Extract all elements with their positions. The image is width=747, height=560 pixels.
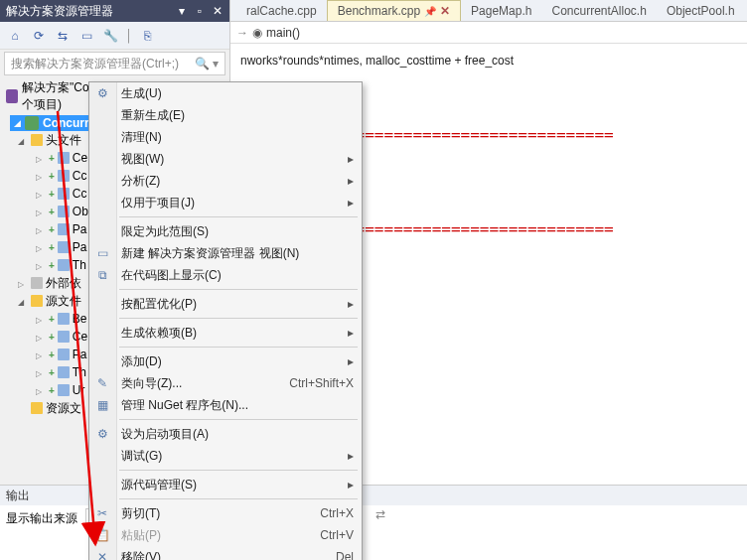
menu-item-label: 分析(Z) — [121, 173, 160, 190]
menu-item[interactable]: ⧉在代码图上显示(C) — [89, 264, 362, 286]
solution-explorer-titlebar: 解决方案资源管理器 ▾ ▫ ✕ — [0, 0, 229, 22]
properties-icon[interactable]: 🔧 — [101, 27, 119, 45]
expand-icon[interactable] — [18, 133, 28, 147]
menu-item-label: 设为启动项目(A) — [121, 426, 209, 443]
folder-icon — [31, 134, 43, 146]
project-icon — [25, 116, 39, 130]
scope-icon: ◉ — [252, 26, 262, 40]
menu-item[interactable]: 按配置优化(P)▸ — [89, 293, 362, 315]
folder-icon — [31, 295, 43, 307]
refresh-icon[interactable]: ⟳ — [30, 27, 48, 45]
editor-tab[interactable]: ObjectPool.h — [657, 1, 745, 21]
menu-item[interactable]: 生成依赖项(B)▸ — [89, 322, 362, 344]
menu-item[interactable]: 调试(G)▸ — [89, 445, 362, 467]
menu-item-label: 类向导(Z)... — [121, 375, 182, 392]
menu-item: 📋粘贴(P)Ctrl+V — [89, 524, 362, 546]
menu-item[interactable]: ✕移除(V)Del — [89, 546, 362, 560]
menu-item-label: 限定为此范围(S) — [121, 223, 209, 240]
menu-separator — [119, 419, 358, 420]
submenu-arrow-icon: ▸ — [348, 354, 354, 368]
menu-separator — [119, 216, 358, 217]
expand-arrow[interactable]: ◢ — [14, 118, 21, 128]
menu-item[interactable]: ▦管理 NuGet 程序包(N)... — [89, 394, 362, 416]
menu-item-label: 按配置优化(P) — [121, 296, 197, 313]
menu-item[interactable]: ⚙设为启动项目(A) — [89, 423, 362, 445]
close-icon[interactable]: ✕ — [440, 4, 450, 18]
build-icon: ⚙ — [94, 85, 110, 101]
menu-item[interactable]: 仅用于项目(J)▸ — [89, 192, 362, 213]
menu-item[interactable]: 分析(Z)▸ — [89, 170, 362, 192]
preview-icon[interactable]: ⎘ — [139, 27, 157, 45]
home-icon[interactable]: ⌂ — [6, 27, 24, 45]
editor-tab[interactable]: PageMap.h — [461, 1, 541, 21]
remove-icon: ✕ — [94, 549, 110, 560]
submenu-arrow-icon: ▸ — [348, 196, 354, 210]
submenu-arrow-icon: ▸ — [348, 297, 354, 311]
codemap-icon: ⧉ — [94, 267, 110, 283]
newview-icon: ▭ — [94, 245, 110, 261]
menu-item-label: 视图(W) — [121, 151, 164, 168]
scope-label: main() — [266, 26, 300, 40]
menu-item[interactable]: 添加(D)▸ — [89, 350, 362, 372]
editor-tab[interactable]: ralCache.cpp — [236, 1, 327, 21]
panel-dropdown-icon[interactable]: ▾ — [176, 0, 188, 22]
menu-shortcut: Ctrl+Shift+X — [289, 376, 354, 390]
sources-label: 源文件 — [46, 293, 81, 310]
submenu-arrow-icon: ▸ — [348, 449, 354, 463]
expand-icon[interactable] — [18, 294, 28, 308]
collapse-icon[interactable]: ⇆ — [54, 27, 72, 45]
menu-separator — [119, 498, 358, 499]
menu-item[interactable]: ⚙生成(U) — [89, 82, 362, 104]
submenu-arrow-icon: ▸ — [348, 152, 354, 166]
menu-item-label: 重新生成(E) — [121, 107, 185, 124]
solution-explorer-toolbar: ⌂ ⟳ ⇆ ▭ 🔧 │ ⎘ — [0, 22, 229, 50]
startup-icon: ⚙ — [94, 426, 110, 442]
menu-item-label: 剪切(T) — [121, 505, 160, 522]
menu-item[interactable]: 限定为此范围(S) — [89, 220, 362, 242]
menu-shortcut: Ctrl+X — [320, 506, 354, 520]
menu-separator — [119, 289, 358, 290]
menu-item-label: 源代码管理(S) — [121, 477, 197, 493]
navigation-bar[interactable]: → ◉ main() — [230, 22, 747, 44]
nuget-icon: ▦ — [94, 397, 110, 413]
submenu-arrow-icon: ▸ — [348, 478, 354, 491]
extdeps-label: 外部依 — [46, 275, 81, 292]
solution-search[interactable]: 搜索解决方案资源管理器(Ctrl+;) 🔍 ▾ — [4, 52, 225, 75]
resources-label: 资源文 — [46, 400, 81, 417]
panel-close-icon[interactable]: ✕ — [212, 0, 224, 22]
menu-item-label: 调试(G) — [121, 448, 162, 465]
menu-item-label: 粘贴(P) — [121, 527, 161, 544]
menu-item[interactable]: 清理(N) — [89, 126, 362, 148]
menu-item-label: 移除(V) — [121, 549, 161, 561]
expand-icon[interactable] — [18, 276, 28, 290]
solution-search-placeholder: 搜索解决方案资源管理器(Ctrl+;) — [11, 56, 179, 72]
panel-pin-icon[interactable]: ▫ — [194, 0, 206, 22]
pin-icon[interactable]: 📌 — [424, 6, 436, 17]
editor-tab[interactable]: ConcurrentAlloc.h — [541, 1, 656, 21]
menu-item-label: 管理 NuGet 程序包(N)... — [121, 397, 248, 414]
output-source-label: 显示输出来源 — [6, 510, 77, 527]
menu-item-label: 添加(D) — [121, 353, 162, 370]
headers-label: 头文件 — [46, 132, 81, 149]
showall-icon[interactable]: ▭ — [77, 27, 95, 45]
menu-item[interactable]: 源代码管理(S)▸ — [89, 474, 362, 495]
editor-tab[interactable]: Benchmark.cpp📌✕ — [327, 0, 461, 22]
submenu-arrow-icon: ▸ — [348, 174, 354, 188]
solution-explorer-title: 解决方案资源管理器 — [6, 0, 113, 22]
menu-shortcut: Del — [336, 550, 354, 560]
menu-item[interactable]: 视图(W)▸ — [89, 148, 362, 170]
folder-icon — [31, 277, 43, 289]
output-tool-icon[interactable]: ⇄ — [370, 507, 391, 529]
editor-tabs: ralCache.cppBenchmark.cpp📌✕PageMap.hConc… — [230, 0, 747, 22]
menu-item[interactable]: ▭新建 解决方案资源管理器 视图(N) — [89, 242, 362, 264]
menu-item[interactable]: ✎类向导(Z)...Ctrl+Shift+X — [89, 372, 362, 394]
search-icon[interactable]: 🔍 ▾ — [195, 57, 219, 70]
menu-separator — [119, 470, 358, 471]
folder-icon — [31, 402, 43, 414]
menu-shortcut: Ctrl+V — [320, 528, 354, 542]
menu-item-label: 在代码图上显示(C) — [121, 267, 222, 284]
menu-item[interactable]: 重新生成(E) — [89, 104, 362, 126]
solution-icon — [6, 89, 18, 103]
menu-item[interactable]: ✂剪切(T)Ctrl+X — [89, 502, 362, 524]
paste-icon: 📋 — [94, 527, 110, 543]
